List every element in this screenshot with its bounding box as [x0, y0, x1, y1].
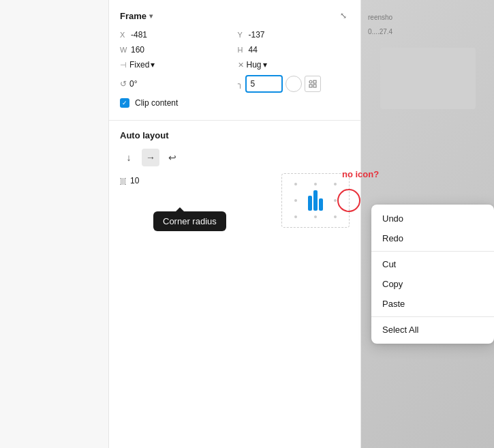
- clip-content-checkbox[interactable]: [120, 98, 129, 108]
- corner-circle-button[interactable]: [285, 76, 302, 92]
- no-icon-label: no icon?: [342, 169, 379, 179]
- corner-radius-group: ╮: [238, 75, 350, 93]
- corner-individual-button[interactable]: [305, 76, 321, 92]
- preview-dot-7: [314, 215, 317, 218]
- preview-dot-2: [314, 183, 317, 185]
- frame-title-text: Frame: [120, 11, 146, 21]
- cut-label: Cut: [382, 259, 396, 269]
- hug-chevron: ▾: [263, 60, 267, 70]
- menu-item-cut[interactable]: Cut: [371, 254, 494, 274]
- h-value: 44: [249, 45, 258, 55]
- select-all-label: Select All: [382, 325, 418, 335]
- svg-rect-1: [313, 80, 316, 83]
- preview-dot-4: [294, 199, 297, 202]
- menu-item-undo[interactable]: Undo: [371, 209, 494, 228]
- rotation-value: 0°: [129, 79, 137, 89]
- constraint-row: ⊣ Fixed ▾ ✕ Hug ▾: [120, 60, 350, 70]
- frame-section: Frame ▾ ⤡ X -481 Y -137 W 160 H 44: [109, 0, 360, 121]
- al-wrap-icon: ↩: [168, 152, 176, 163]
- corner-radius-input[interactable]: [245, 75, 283, 93]
- clip-content-label: Clip content: [135, 98, 178, 108]
- menu-item-redo[interactable]: Redo: [371, 228, 494, 248]
- w-label: W: [120, 46, 128, 54]
- menu-item-paste[interactable]: Paste: [371, 294, 494, 314]
- menu-item-copy[interactable]: Copy: [371, 274, 494, 294]
- menu-divider-2: [371, 316, 494, 317]
- menu-divider-1: [371, 251, 494, 252]
- fixed-select[interactable]: Fixed ▾: [129, 60, 155, 70]
- al-right-icon: →: [146, 152, 155, 163]
- preview-dot-3: [334, 183, 337, 185]
- collapse-icon[interactable]: ⤡: [337, 10, 350, 22]
- clip-content-row: Clip content: [120, 98, 350, 108]
- vertical-constraint-icon: ✕: [238, 61, 244, 70]
- horizontal-constraint: ⊣ Fixed ▾: [120, 60, 232, 70]
- fixed-chevron: ▾: [151, 60, 155, 70]
- screenshot-text-2: 0....27.4: [368, 28, 392, 35]
- al-spacing-value: 10: [130, 176, 139, 185]
- y-label: Y: [238, 31, 246, 39]
- al-preview-bars: [308, 190, 323, 211]
- frame-header: Frame ▾ ⤡: [120, 10, 350, 22]
- vertical-constraint: ✕ Hug ▾: [238, 60, 350, 70]
- preview-dot-8: [334, 215, 337, 218]
- left-sidebar: [0, 0, 109, 448]
- frame-chevron-icon[interactable]: ▾: [149, 12, 153, 20]
- undo-label: Undo: [382, 213, 403, 224]
- properties-panel: Frame ▾ ⤡ X -481 Y -137 W 160 H 44: [109, 0, 361, 448]
- h-label: H: [238, 46, 246, 54]
- al-right-button[interactable]: →: [142, 149, 159, 166]
- w-field: W 160: [120, 45, 232, 55]
- rotation-icon: ↺: [120, 79, 127, 89]
- auto-layout-section: Auto layout ↓ → ↩ ]|[ 10: [109, 121, 360, 237]
- xy-row: X -481 Y -137: [120, 30, 350, 40]
- auto-layout-title: Auto layout: [120, 130, 350, 140]
- tooltip-text: Corner radius: [163, 216, 217, 226]
- copy-label: Copy: [382, 279, 403, 289]
- x-value: -481: [131, 30, 147, 40]
- al-direction-row: ↓ → ↩: [120, 149, 350, 166]
- svg-rect-0: [309, 80, 312, 83]
- x-label: X: [120, 31, 128, 39]
- corner-radius-tooltip: Corner radius: [153, 211, 226, 231]
- context-menu: Undo Redo Cut Copy Paste Select All: [371, 205, 494, 344]
- wh-row: W 160 H 44: [120, 45, 350, 55]
- hug-label: Hug: [247, 60, 262, 70]
- rotation-field: ↺ 0°: [120, 79, 232, 89]
- corner-radius-icon: ╮: [238, 79, 243, 89]
- w-value: 160: [131, 45, 144, 55]
- screenshot-text-1: reensho: [368, 14, 392, 21]
- preview-dot-6: [294, 215, 297, 218]
- rotation-corner-row: ↺ 0° ╮: [120, 75, 350, 93]
- fixed-label: Fixed: [129, 60, 149, 70]
- preview-dot-5: [334, 199, 337, 202]
- al-wrap-button[interactable]: ↩: [164, 149, 181, 166]
- no-icon-annotation-circle: [337, 189, 360, 212]
- horizontal-constraint-icon: ⊣: [120, 61, 127, 70]
- menu-item-select-all[interactable]: Select All: [371, 320, 494, 340]
- preview-dot-1: [294, 183, 297, 185]
- al-spacing-icon: ]|[: [120, 177, 126, 185]
- al-down-button[interactable]: ↓: [120, 149, 138, 166]
- h-field: H 44: [238, 45, 350, 55]
- svg-rect-2: [309, 85, 312, 87]
- y-value: -137: [249, 30, 265, 40]
- corner-individual-icon: [309, 80, 317, 88]
- hug-select[interactable]: Hug ▾: [247, 60, 267, 70]
- al-spacing-row: ]|[ 10: [120, 176, 139, 185]
- redo-label: Redo: [382, 233, 403, 243]
- bar-1: [308, 196, 312, 211]
- y-field: Y -137: [238, 30, 350, 40]
- svg-rect-3: [313, 85, 316, 87]
- bar-2: [313, 190, 318, 211]
- bar-3: [319, 198, 323, 211]
- screenshot-preview: [380, 48, 476, 109]
- x-field: X -481: [120, 30, 232, 40]
- paste-label: Paste: [382, 299, 405, 309]
- al-down-icon: ↓: [127, 152, 132, 163]
- frame-title: Frame ▾: [120, 11, 153, 21]
